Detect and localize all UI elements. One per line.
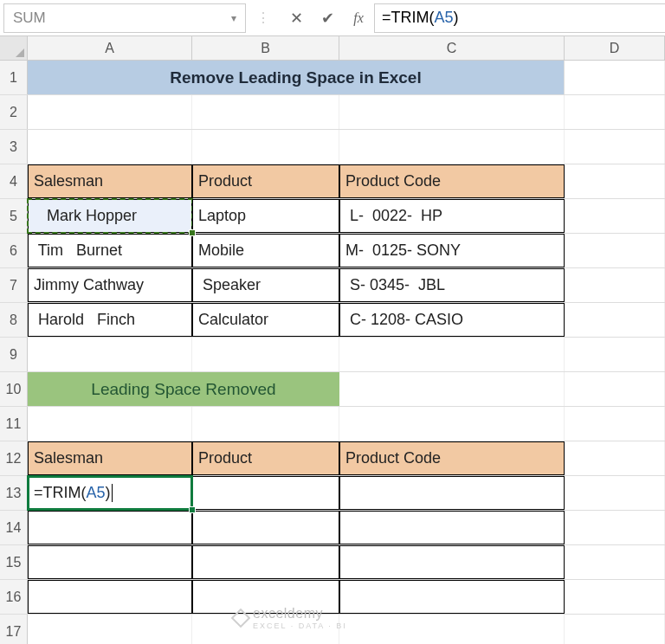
subtitle[interactable]: Leading Space Removed (28, 372, 339, 406)
confirm-icon[interactable]: ✔ (312, 3, 343, 33)
col-header-b[interactable]: B (192, 36, 339, 60)
cancel-icon[interactable]: ✕ (281, 3, 312, 33)
header-salesman[interactable]: Salesman (28, 441, 192, 475)
row-header[interactable]: 4 (0, 164, 28, 198)
header-code[interactable]: Product Code (339, 164, 565, 198)
cell[interactable] (565, 164, 665, 198)
header-product[interactable]: Product (192, 164, 339, 198)
row-header[interactable]: 7 (0, 268, 28, 302)
cell-value: Harold Finch (34, 311, 135, 329)
cell[interactable] (339, 580, 565, 614)
grid: A B C D 1 Remove Leading Space in Excel … (0, 36, 665, 644)
cell[interactable]: Speaker (192, 268, 339, 302)
formula-bar: SUM ▾ ⋮ ✕ ✔ fx =TRIM(A5) (0, 0, 665, 36)
row-header[interactable]: 2 (0, 95, 28, 129)
cell[interactable] (192, 511, 339, 544)
row-header[interactable]: 16 (0, 580, 28, 614)
cell[interactable] (28, 511, 192, 544)
row-header[interactable]: 10 (0, 372, 28, 406)
cell[interactable] (565, 95, 665, 129)
header-product[interactable]: Product (192, 441, 339, 475)
cell[interactable] (28, 338, 192, 371)
cell[interactable] (565, 372, 665, 406)
cell[interactable] (192, 476, 339, 510)
row-header[interactable]: 17 (0, 615, 28, 644)
cell[interactable] (28, 130, 192, 164)
cell[interactable]: Mobile (192, 234, 339, 267)
col-header-c[interactable]: C (339, 36, 565, 60)
cell[interactable] (565, 61, 665, 94)
row-header[interactable]: 6 (0, 234, 28, 267)
cell[interactable]: L- 0022- HP (339, 199, 565, 233)
cell[interactable] (565, 268, 665, 302)
row-header[interactable]: 5 (0, 199, 28, 233)
header-code[interactable]: Product Code (339, 441, 565, 475)
edit-ref: A5 (87, 484, 106, 502)
cell[interactable]: Calculator (192, 303, 339, 337)
col-header-a[interactable]: A (28, 36, 192, 60)
cell[interactable]: S- 0345- JBL (339, 268, 565, 302)
row-header[interactable]: 11 (0, 407, 28, 441)
cell[interactable] (565, 511, 665, 544)
cell[interactable]: Laptop (192, 199, 339, 233)
page-title[interactable]: Remove Leading Space in Excel (28, 61, 565, 94)
cell[interactable] (28, 615, 192, 644)
cell[interactable]: M- 0125- SONY (339, 234, 565, 267)
cell[interactable] (565, 130, 665, 164)
selection-handle[interactable] (189, 229, 196, 236)
cell[interactable] (192, 95, 339, 129)
row-9: 9 (0, 338, 665, 372)
cell[interactable]: Tim Burnet (28, 234, 192, 267)
cell[interactable] (28, 580, 192, 614)
cell[interactable] (565, 234, 665, 267)
cell[interactable] (565, 615, 665, 644)
cell[interactable] (565, 199, 665, 233)
cell[interactable] (339, 372, 565, 406)
row-header[interactable]: 8 (0, 303, 28, 337)
row-header[interactable]: 9 (0, 338, 28, 371)
cell[interactable] (565, 545, 665, 579)
row-header[interactable]: 15 (0, 545, 28, 579)
cell[interactable] (339, 130, 565, 164)
cell[interactable] (28, 545, 192, 579)
cell[interactable] (28, 95, 192, 129)
cell[interactable] (339, 476, 565, 510)
cell[interactable] (339, 615, 565, 644)
cell[interactable] (339, 407, 565, 441)
name-box[interactable]: SUM ▾ (3, 3, 246, 33)
cell[interactable] (339, 511, 565, 544)
cell-a13-editing[interactable]: =TRIM(A5) (28, 476, 192, 510)
cell[interactable] (192, 130, 339, 164)
cell[interactable] (565, 407, 665, 441)
name-box-value: SUM (13, 10, 46, 27)
cell[interactable] (339, 545, 565, 579)
row-header[interactable]: 13 (0, 476, 28, 510)
cell[interactable] (565, 303, 665, 337)
row-header[interactable]: 1 (0, 61, 28, 94)
cell[interactable] (192, 338, 339, 371)
select-all-corner[interactable] (0, 36, 28, 60)
cell[interactable] (192, 545, 339, 579)
fx-icon[interactable]: fx (343, 3, 374, 33)
fill-handle[interactable] (189, 506, 196, 513)
row-header[interactable]: 12 (0, 441, 28, 475)
cell[interactable] (565, 338, 665, 371)
row-header[interactable]: 3 (0, 130, 28, 164)
cell[interactable]: Harold Finch (28, 303, 192, 337)
col-header-d[interactable]: D (565, 36, 665, 60)
cell[interactable] (192, 407, 339, 441)
row-header[interactable]: 14 (0, 511, 28, 544)
cell[interactable] (565, 476, 665, 510)
cell-a5[interactable]: Mark Hopper (28, 199, 192, 233)
cell[interactable]: Jimmy Cathway (28, 268, 192, 302)
cell[interactable] (339, 338, 565, 371)
cell[interactable] (565, 441, 665, 475)
formula-input[interactable]: =TRIM(A5) (374, 3, 665, 33)
cell-value: Mark Hopper (34, 207, 137, 225)
dropdown-icon[interactable]: ▾ (231, 12, 236, 24)
cell[interactable] (28, 407, 192, 441)
cell[interactable] (565, 580, 665, 614)
cell[interactable] (339, 95, 565, 129)
cell[interactable]: C- 1208- CASIO (339, 303, 565, 337)
header-salesman[interactable]: Salesman (28, 164, 192, 198)
